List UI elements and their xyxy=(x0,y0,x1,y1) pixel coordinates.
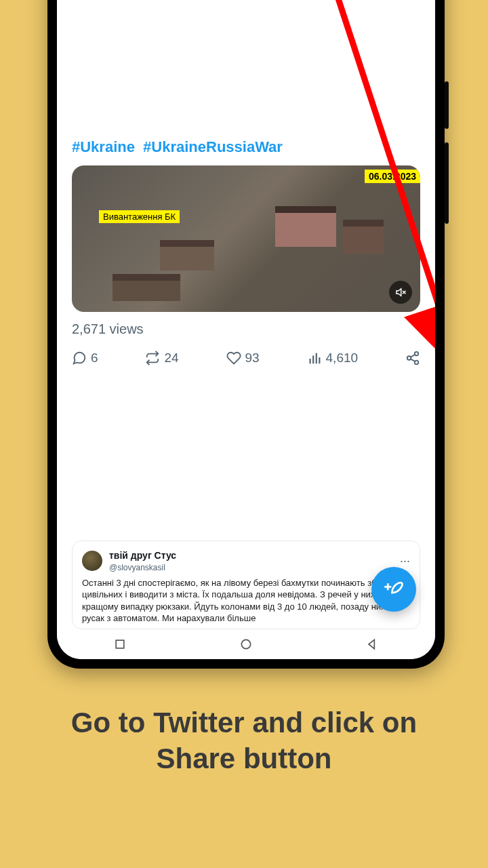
tweet: #Ukraine #UkraineRussiaWar 06.03.2023 Ви… xyxy=(57,138,435,366)
avatar[interactable] xyxy=(82,551,102,571)
back-button[interactable] xyxy=(365,637,379,651)
video-scenery xyxy=(275,206,336,247)
svg-rect-14 xyxy=(116,640,124,648)
hashtag-link[interactable]: #Ukraine xyxy=(72,138,135,155)
svg-point-7 xyxy=(407,356,411,360)
like-button[interactable]: 93 xyxy=(226,351,260,366)
phone-side-button xyxy=(445,81,449,129)
mute-button[interactable] xyxy=(389,281,412,304)
svg-line-9 xyxy=(411,359,415,361)
video-scenery xyxy=(160,240,214,271)
compose-icon xyxy=(384,579,404,599)
share-button[interactable] xyxy=(405,351,420,366)
phone-side-button xyxy=(445,142,449,224)
tweet-body-text: Останні 3 дні спостерігаємо, як на лівом… xyxy=(82,577,410,625)
hashtag-link[interactable]: #UkraineRussiaWar xyxy=(143,138,283,155)
instruction-caption: Go to Twitter and click on Share button xyxy=(0,705,488,776)
svg-point-15 xyxy=(241,639,250,648)
svg-point-6 xyxy=(415,352,419,356)
video-caption-badge: Вивантаження БК xyxy=(99,210,180,223)
heart-icon xyxy=(226,351,241,366)
analytics-count: 4,610 xyxy=(326,351,359,366)
svg-line-10 xyxy=(411,355,415,357)
display-name: твій друг Стус xyxy=(109,549,176,562)
video-scenery xyxy=(113,274,180,301)
tweet-action-bar: 6 24 93 xyxy=(72,351,420,366)
tweet-header: твій друг Стус @slovyanskasil ··· xyxy=(82,549,410,573)
reply-count: 6 xyxy=(91,351,98,366)
home-button[interactable] xyxy=(239,637,253,651)
svg-point-8 xyxy=(415,361,419,365)
views-count: 2,671 views xyxy=(72,321,420,337)
analytics-button[interactable]: 4,610 xyxy=(307,351,359,366)
analytics-icon xyxy=(307,351,322,366)
android-nav-bar xyxy=(57,629,435,659)
user-handle: @slovyanskasil xyxy=(109,562,176,573)
recent-apps-button[interactable] xyxy=(113,637,127,651)
tweet-video[interactable]: 06.03.2023 Вивантаження БК xyxy=(72,165,420,312)
video-date-badge: 06.03.2023 xyxy=(365,170,420,183)
retweet-icon xyxy=(145,351,160,366)
quoted-tweet-card[interactable]: твій друг Стус @slovyanskasil ··· Останн… xyxy=(72,540,420,629)
retweet-button[interactable]: 24 xyxy=(145,351,178,366)
like-count: 93 xyxy=(245,351,260,366)
video-scenery xyxy=(343,220,384,254)
speaker-muted-icon xyxy=(394,286,407,298)
phone-frame: #Ukraine #UkraineRussiaWar 06.03.2023 Ви… xyxy=(47,0,445,669)
compose-tweet-button[interactable] xyxy=(371,567,416,612)
tweet-hashtags: #Ukraine #UkraineRussiaWar xyxy=(72,138,420,156)
more-options-button[interactable]: ··· xyxy=(400,553,410,569)
reply-icon xyxy=(72,351,87,366)
retweet-count: 24 xyxy=(164,351,178,366)
share-icon xyxy=(405,351,420,366)
reply-button[interactable]: 6 xyxy=(72,351,98,366)
phone-screen: #Ukraine #UkraineRussiaWar 06.03.2023 Ви… xyxy=(57,0,435,659)
